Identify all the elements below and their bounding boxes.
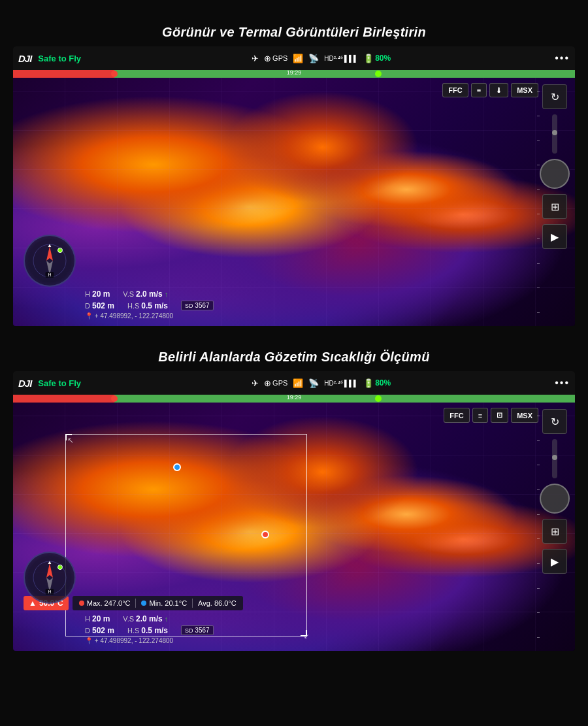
- compass-inner: ▲ H: [30, 241, 69, 280]
- filter-button-2[interactable]: ⊞: [542, 519, 567, 544]
- drone-icon: ✈: [252, 54, 259, 63]
- sd-badge-2: SD 3567: [181, 625, 214, 635]
- settings-button-2[interactable]: ≡: [472, 408, 488, 423]
- signal-icon: 📶: [293, 54, 303, 63]
- video-hd-2: HD²·⁴⁶ ▌▌▌: [324, 380, 358, 387]
- timeline-bar-1[interactable]: 19:29: [13, 70, 575, 78]
- height-item-2: H 20 m: [85, 614, 110, 623]
- hs-item: H.S 0.5 m/s: [127, 301, 168, 310]
- status-icons-2: ✈ ⊕ GPS 📶 📡 HD²·⁴⁶ ▌▌▌ 🔋 80%: [91, 378, 551, 388]
- camera-signal: 📡: [308, 54, 319, 63]
- vs-item: V.S 2.0 m/s ↑: [123, 289, 168, 299]
- signal-icon-2: 📶: [293, 378, 303, 388]
- compass-2: ▲ H: [24, 552, 76, 604]
- vertical-scale: [536, 91, 541, 313]
- top-buttons-1: FFC ≡ 🌡 MSX: [442, 83, 538, 97]
- capture-button-2[interactable]: [540, 484, 570, 514]
- sd-badge: SD 3567: [181, 301, 214, 310]
- timeline-bar-2[interactable]: 19:29: [13, 395, 575, 403]
- rotate-button[interactable]: ↻: [542, 84, 567, 109]
- drone-ui-1: DJI Safe to Fly ✈ ⊕ GPS 📶 📡 HD²·⁴⁶ ▌▌▌ 🔋: [13, 46, 575, 326]
- capture-button[interactable]: [540, 159, 570, 189]
- video-hd: HD²·⁴⁶ ▌▌▌: [324, 55, 358, 62]
- min-temp: Min. 20.1°C: [141, 599, 187, 607]
- gps-coords: 📍 + 47.498992, - 122.274800: [85, 312, 214, 320]
- distance-item-2: D 502 m: [85, 625, 114, 635]
- drone-icon-2: ✈: [252, 378, 259, 388]
- timeline-time-2: 19:29: [287, 394, 302, 401]
- timeline-dot-red-2: [111, 395, 118, 402]
- thermal-overlay-2: [13, 403, 575, 651]
- height-item: H 20 m: [85, 289, 110, 299]
- area-select-button[interactable]: ⊡: [491, 408, 508, 423]
- timeline-dot-red: [111, 71, 118, 77]
- compass-inner-2: ▲ H: [30, 558, 69, 597]
- camera-signal-2: 📡: [308, 378, 319, 388]
- top-buttons-2: FFC ≡ ⊡ MSX: [444, 408, 538, 423]
- section-title-1: Görünür ve Termal Görüntüleri Birleştiri…: [162, 25, 426, 40]
- min-dot: [141, 601, 146, 606]
- timeline-time: 19:29: [287, 69, 302, 76]
- msx-button[interactable]: MSX: [511, 83, 538, 97]
- distance-item: D 502 m: [85, 301, 114, 310]
- vs-item-2: V.S 2.0 m/s ↑: [123, 614, 168, 623]
- drone-ui-2: DJI Safe to Fly ✈ ⊕ GPS 📶 📡 HD²·⁴⁶ ▌▌▌ 🔋: [13, 371, 575, 651]
- telemetry-2: H 20 m V.S 2.0 m/s ↑ D 502 m H.S 0.5 m/s: [85, 614, 214, 644]
- msx-button-2[interactable]: MSX: [511, 408, 538, 423]
- max-temp: Max. 247.0°C: [79, 599, 131, 607]
- thermal-view-1: FFC ≡ 🌡 MSX ↻ ⊞ ▶ ▲: [13, 78, 575, 326]
- status-icons: ✈ ⊕ GPS 📶 📡 HD²·⁴⁶ ▌▌▌ 🔋 80%: [91, 54, 551, 63]
- play-button-2[interactable]: ▶: [542, 549, 567, 574]
- section-title-2: Belirli Alanlarda Gözetim Sıcaklığı Ölçü…: [158, 350, 429, 365]
- right-controls-2: ↻ ⊞ ▶: [540, 409, 570, 574]
- more-menu-button-2[interactable]: •••: [555, 377, 570, 389]
- rotate-button-2[interactable]: ↻: [542, 409, 567, 434]
- tele-row-4: D 502 m H.S 0.5 m/s SD 3567: [85, 625, 214, 635]
- more-menu-button[interactable]: •••: [555, 52, 570, 64]
- timeline-dot-green-2: [375, 395, 382, 402]
- temp-readout: ▲ 50.0°C Max. 247.0°C Min. 20.1°C Avg. 8…: [24, 596, 538, 610]
- compass-1: ▲ H: [24, 235, 76, 287]
- hs-item-2: H.S 0.5 m/s: [127, 625, 168, 635]
- svg-marker-1: [46, 246, 53, 261]
- thermal-button[interactable]: 🌡: [489, 83, 508, 97]
- thermal-overlay: [13, 78, 575, 326]
- settings-button[interactable]: ≡: [471, 83, 487, 97]
- max-dot: [79, 601, 84, 606]
- thermal-view-2: FFC ≡ ⊡ MSX ↖ ↙ ↻ ⊞ ▶: [13, 403, 575, 651]
- battery-icon: 🔋 80%: [363, 54, 391, 63]
- tele-row-3: H 20 m V.S 2.0 m/s ↑: [85, 614, 214, 623]
- gps-status: ⊕ GPS: [264, 54, 287, 63]
- ffc-button[interactable]: FFC: [442, 83, 468, 97]
- play-button[interactable]: ▶: [542, 224, 567, 249]
- svg-marker-4: [46, 563, 53, 578]
- safe-to-fly-badge: Safe to Fly: [38, 54, 81, 63]
- gps-coords-2: 📍 + 47.498992, - 122.274800: [85, 637, 214, 644]
- temp-stats: Max. 247.0°C Min. 20.1°C Avg. 86.0°C: [73, 596, 243, 610]
- safe-to-fly-badge-2: Safe to Fly: [38, 378, 81, 388]
- tele-row-1: H 20 m V.S 2.0 m/s ↑: [85, 289, 214, 299]
- tele-row-2: D 502 m H.S 0.5 m/s SD 3567: [85, 301, 214, 310]
- telemetry-1: H 20 m V.S 2.0 m/s ↑ D 502 m H.S 0.5 m/s: [85, 289, 214, 320]
- status-bar-1: DJI Safe to Fly ✈ ⊕ GPS 📶 📡 HD²·⁴⁶ ▌▌▌ 🔋: [13, 46, 575, 70]
- gps-status-2: ⊕ GPS: [264, 378, 287, 388]
- status-bar-2: DJI Safe to Fly ✈ ⊕ GPS 📶 📡 HD²·⁴⁶ ▌▌▌ 🔋: [13, 371, 575, 395]
- battery-icon-2: 🔋 80%: [363, 378, 391, 388]
- dji-logo: DJI: [18, 53, 31, 64]
- filter-button[interactable]: ⊞: [542, 194, 567, 219]
- timeline-dot-green: [375, 71, 382, 77]
- avg-temp: Avg. 86.0°C: [198, 599, 237, 607]
- right-controls-1: ↻ ⊞ ▶: [540, 84, 570, 249]
- ffc-button-2[interactable]: FFC: [444, 408, 469, 423]
- dji-logo-2: DJI: [18, 378, 31, 389]
